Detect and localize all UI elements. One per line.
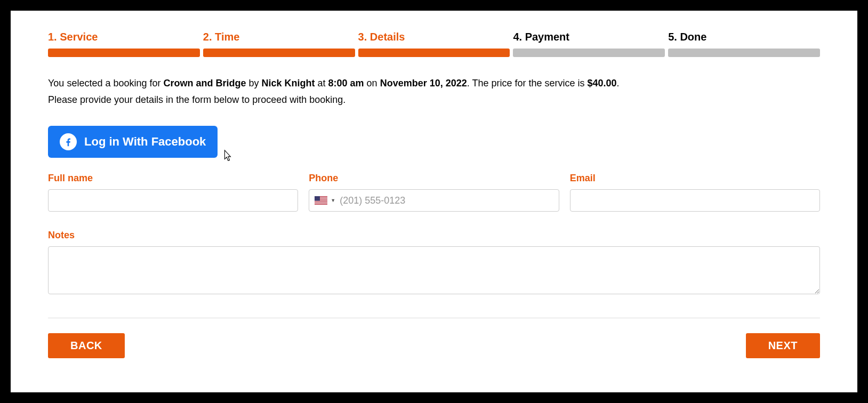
- facebook-button-label: Log in With Facebook: [84, 135, 206, 149]
- notes-label: Notes: [48, 230, 820, 241]
- svg-rect-7: [315, 196, 320, 201]
- phone-input-wrap: ▼: [309, 189, 559, 212]
- notes-input[interactable]: [48, 246, 820, 294]
- booking-details-page: 1. Service 2. Time 3. Details 4. Payment…: [11, 11, 857, 392]
- country-flag-select[interactable]: ▼: [315, 196, 340, 205]
- summary-provider: Nick Knight: [262, 78, 315, 88]
- step-bar: [668, 49, 820, 57]
- svg-rect-5: [315, 202, 327, 203]
- step-label: 1. Service: [48, 31, 200, 43]
- step-label: 2. Time: [203, 31, 355, 43]
- full-name-label: Full name: [48, 173, 298, 184]
- step-bar: [48, 49, 200, 57]
- summary-text: at: [315, 78, 328, 88]
- step-service[interactable]: 1. Service: [48, 31, 200, 57]
- summary-text: on: [364, 78, 380, 88]
- cursor-icon: [221, 149, 233, 165]
- divider: [48, 318, 820, 318]
- summary-price: $40.00: [588, 78, 617, 88]
- us-flag-icon: [315, 196, 327, 205]
- summary-instruction: Please provide your details in the form …: [48, 94, 345, 105]
- facebook-icon: [60, 133, 77, 150]
- summary-text: by: [246, 78, 262, 88]
- phone-input[interactable]: [340, 195, 553, 206]
- step-done: 5. Done: [668, 31, 820, 57]
- facebook-login-button[interactable]: Log in With Facebook: [48, 126, 218, 158]
- next-button[interactable]: NEXT: [746, 333, 820, 358]
- step-label: 3. Details: [358, 31, 510, 43]
- summary-service: Crown and Bridge: [164, 78, 246, 88]
- email-input[interactable]: [570, 189, 820, 212]
- action-buttons: BACK NEXT: [48, 333, 820, 358]
- step-time[interactable]: 2. Time: [203, 31, 355, 57]
- svg-rect-4: [315, 201, 327, 201]
- summary-text: . The price for the service is: [467, 78, 588, 88]
- email-field: Email: [570, 173, 820, 212]
- svg-rect-6: [315, 204, 327, 204]
- chevron-down-icon: ▼: [331, 198, 335, 203]
- step-payment: 4. Payment: [513, 31, 665, 57]
- step-bar: [513, 49, 665, 57]
- full-name-input[interactable]: [48, 189, 298, 212]
- phone-label: Phone: [309, 173, 559, 184]
- summary-text: .: [617, 78, 620, 88]
- booking-summary: You selected a booking for Crown and Bri…: [48, 75, 820, 108]
- back-button[interactable]: BACK: [48, 333, 125, 358]
- email-label: Email: [570, 173, 820, 184]
- notes-field: Notes: [48, 230, 820, 296]
- full-name-field: Full name: [48, 173, 298, 212]
- form-row: Full name Phone ▼: [48, 173, 820, 212]
- step-label: 4. Payment: [513, 31, 665, 43]
- step-label: 5. Done: [668, 31, 820, 43]
- summary-date: November 10, 2022: [380, 78, 467, 88]
- step-details[interactable]: 3. Details: [358, 31, 510, 57]
- summary-text: You selected a booking for: [48, 78, 164, 88]
- phone-field: Phone ▼: [309, 173, 559, 212]
- progress-steps: 1. Service 2. Time 3. Details 4. Payment…: [48, 31, 820, 57]
- step-bar: [358, 49, 510, 57]
- summary-time: 8:00 am: [328, 78, 364, 88]
- step-bar: [203, 49, 355, 57]
